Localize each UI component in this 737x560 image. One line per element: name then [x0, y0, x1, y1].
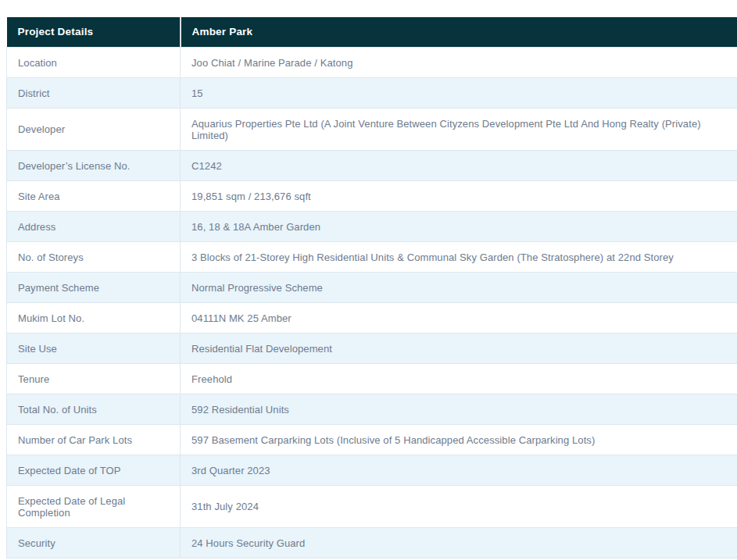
row-label: District [7, 78, 181, 109]
row-value: Joo Chiat / Marine Parade / Katong [181, 48, 737, 78]
table-body: Location Joo Chiat / Marine Parade / Kat… [7, 48, 737, 558]
row-label: Security [7, 528, 181, 558]
row-label: No. of Storeys [7, 242, 181, 273]
table-row: Location Joo Chiat / Marine Parade / Kat… [7, 48, 737, 78]
table-row: District 15 [7, 78, 737, 109]
row-label: Expected Date of TOP [7, 455, 181, 486]
table-row: Expected Date of Legal Completion 31th J… [7, 486, 737, 528]
row-value: 592 Residential Units [181, 394, 737, 425]
row-value: 31th July 2024 [181, 486, 737, 528]
table-row: Site Use Residential Flat Developement [7, 334, 737, 364]
row-value: C1242 [181, 151, 737, 181]
page-viewport: Project Details Amber Park Location Joo … [0, 0, 737, 560]
row-value: 15 [181, 78, 737, 109]
table-row: Developer Aquarius Properties Pte Ltd (A… [7, 109, 737, 151]
row-label: Tenure [7, 364, 181, 394]
row-label: Site Area [7, 181, 181, 212]
row-value: 19,851 sqm / 213,676 sqft [181, 181, 737, 212]
header-project-details: Project Details [7, 17, 181, 48]
table-row: Number of Car Park Lots 597 Basement Car… [7, 425, 737, 455]
table-row: Total No. of Units 592 Residential Units [7, 394, 737, 425]
row-value: Residential Flat Developement [181, 334, 737, 364]
row-value: 04111N MK 25 Amber [181, 303, 737, 334]
row-value: Freehold [181, 364, 737, 394]
table-row: Security 24 Hours Security Guard [7, 528, 737, 558]
header-project-name: Amber Park [181, 17, 737, 48]
row-value: 3 Blocks of 21-Storey High Residential U… [181, 242, 737, 273]
row-label: Total No. of Units [7, 394, 181, 425]
row-value: 597 Basement Carparking Lots (Inclusive … [181, 425, 737, 455]
table-row: No. of Storeys 3 Blocks of 21-Storey Hig… [7, 242, 737, 273]
table-row: Expected Date of TOP 3rd Quarter 2023 [7, 455, 737, 486]
row-label: Expected Date of Legal Completion [7, 486, 181, 528]
table-row: Payment Scheme Normal Progressive Scheme [7, 273, 737, 303]
row-value: Normal Progressive Scheme [181, 273, 737, 303]
row-label: Developer [7, 109, 181, 151]
row-value: 24 Hours Security Guard [181, 528, 737, 558]
table-row: Mukim Lot No. 04111N MK 25 Amber [7, 303, 737, 334]
row-label: Site Use [7, 334, 181, 364]
row-value: 3rd Quarter 2023 [181, 455, 737, 486]
table-row: Address 16, 18 & 18A Amber Garden [7, 212, 737, 242]
table-row: Developer’s License No. C1242 [7, 151, 737, 181]
row-value: 16, 18 & 18A Amber Garden [181, 212, 737, 242]
project-details-table: Project Details Amber Park Location Joo … [6, 17, 737, 558]
table-header-row: Project Details Amber Park [7, 17, 737, 48]
table-row: Tenure Freehold [7, 364, 737, 394]
row-label: Mukim Lot No. [7, 303, 181, 334]
row-value: Aquarius Properties Pte Ltd (A Joint Ven… [181, 109, 737, 151]
table-row: Site Area 19,851 sqm / 213,676 sqft [7, 181, 737, 212]
row-label: Address [7, 212, 181, 242]
row-label: Location [7, 48, 181, 78]
row-label: Developer’s License No. [7, 151, 181, 181]
row-label: Payment Scheme [7, 273, 181, 303]
row-label: Number of Car Park Lots [7, 425, 181, 455]
